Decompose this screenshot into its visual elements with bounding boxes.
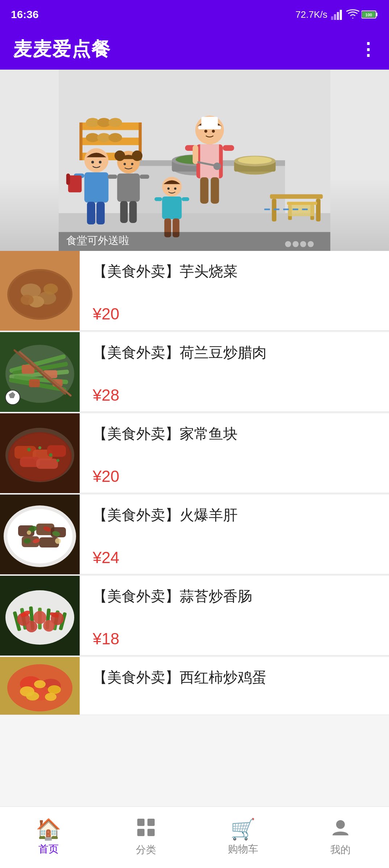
svg-rect-73 [270, 194, 323, 199]
food-item[interactable]: 【美食外卖】火爆羊肝 ¥24 [0, 495, 389, 574]
food-name-5: 【美食外卖】蒜苔炒香肠 [93, 587, 378, 605]
svg-rect-1 [334, 14, 336, 20]
food-name-4: 【美食外卖】火爆羊肝 [93, 505, 378, 524]
food-visual-3 [0, 413, 80, 493]
home-icon: 🏠 [36, 819, 61, 839]
svg-rect-104 [29, 379, 40, 387]
svg-point-163 [45, 693, 57, 701]
category-icon [137, 818, 155, 840]
svg-rect-70 [182, 197, 189, 201]
nav-home[interactable]: 🏠 首页 [0, 819, 97, 856]
svg-point-56 [114, 150, 125, 161]
more-button[interactable]: ⋮ [359, 39, 376, 59]
svg-point-22 [109, 133, 122, 142]
svg-point-121 [38, 446, 41, 449]
svg-point-122 [57, 459, 59, 462]
food-visual-1 [0, 251, 80, 331]
svg-rect-15 [79, 123, 82, 160]
status-right: 72.7K/s 100 [296, 9, 378, 20]
svg-rect-166 [137, 829, 145, 836]
svg-point-67 [174, 187, 176, 190]
svg-point-119 [27, 448, 31, 451]
svg-rect-44 [211, 177, 219, 204]
profile-icon [331, 818, 350, 840]
food-name-1: 【美食外卖】芋头烧菜 [93, 262, 378, 281]
svg-rect-79 [288, 205, 314, 216]
food-image-6 [0, 657, 80, 715]
nav-category-label: 分类 [136, 843, 156, 857]
nav-cart[interactable]: 🛒 购物车 [194, 819, 292, 856]
svg-point-30 [238, 157, 272, 164]
bottom-nav: 🏠 首页 分类 🛒 购物车 我的 [0, 806, 389, 868]
nav-category[interactable]: 分类 [97, 818, 195, 857]
svg-rect-42 [223, 145, 234, 151]
food-item[interactable]: 【美食外卖】西红柿炒鸡蛋 [0, 657, 389, 715]
svg-rect-63 [120, 201, 128, 223]
svg-text:100: 100 [365, 13, 372, 17]
svg-point-83 [285, 241, 291, 247]
svg-text:食堂可外送啦: 食堂可外送啦 [66, 235, 129, 246]
svg-rect-5 [376, 13, 377, 16]
svg-rect-62 [140, 175, 149, 179]
svg-point-85 [300, 241, 306, 247]
nav-cart-label: 购物车 [228, 842, 258, 856]
svg-rect-52 [96, 202, 105, 225]
food-item[interactable]: 【美食外卖】家常鱼块 ¥20 [0, 413, 389, 493]
svg-point-86 [308, 241, 314, 247]
food-item[interactable]: 【美食外卖】荷兰豆炒腊肉 ¥28 [0, 332, 389, 412]
nav-home-label: 首页 [38, 842, 59, 856]
svg-point-168 [336, 820, 345, 829]
food-list: 【美食外卖】芋头烧菜 ¥20 [0, 251, 389, 715]
food-image-1 [0, 251, 80, 331]
banner-illustration: 食堂可外送啦 [0, 70, 389, 251]
svg-point-148 [33, 611, 46, 624]
network-speed: 72.7K/s [296, 9, 327, 20]
svg-rect-54 [66, 173, 70, 185]
svg-point-57 [132, 150, 142, 161]
food-image-4 [0, 495, 80, 574]
nav-mine-label: 我的 [330, 843, 351, 857]
status-time: 16:36 [11, 8, 39, 21]
svg-point-47 [99, 161, 101, 164]
food-image-3 [0, 413, 80, 493]
svg-rect-37 [200, 144, 219, 178]
food-info-6: 【美食外卖】西红柿炒鸡蛋 [80, 657, 389, 715]
food-info-2: 【美食外卖】荷兰豆炒腊肉 ¥28 [80, 332, 389, 412]
svg-rect-3 [340, 10, 342, 20]
svg-point-160 [48, 685, 61, 694]
food-info-5: 【美食外卖】蒜苔炒香肠 ¥18 [80, 576, 389, 655]
svg-rect-165 [147, 819, 155, 826]
app-title: 麦麦爱点餐 [13, 37, 111, 62]
battery-icon: 100 [361, 10, 378, 19]
svg-point-151 [43, 620, 55, 632]
status-bar: 16:36 72.7K/s 100 [0, 0, 389, 29]
food-name-2: 【美食外卖】荷兰豆炒腊肉 [93, 343, 378, 362]
signal-icons: 100 [331, 9, 378, 20]
food-price-1: ¥20 [93, 305, 378, 323]
food-visual-5 [0, 576, 80, 656]
svg-rect-76 [287, 202, 317, 205]
food-image-5 [0, 576, 80, 656]
svg-rect-43 [200, 177, 209, 204]
svg-rect-61 [108, 175, 117, 179]
svg-rect-64 [129, 201, 137, 223]
food-price-5: ¥18 [93, 630, 378, 648]
svg-point-162 [26, 692, 39, 700]
nav-mine[interactable]: 我的 [292, 818, 389, 857]
food-price-3: ¥20 [93, 467, 378, 485]
svg-point-65 [162, 177, 181, 197]
food-item[interactable]: 【美食外卖】芋头烧菜 ¥20 [0, 251, 389, 331]
svg-point-34 [204, 130, 207, 133]
svg-rect-2 [337, 12, 339, 20]
food-image-2 [0, 332, 80, 412]
food-price-4: ¥24 [93, 549, 378, 567]
wifi-icon [346, 9, 359, 20]
svg-rect-50 [96, 173, 107, 178]
food-name-6: 【美食外卖】西红柿炒鸡蛋 [93, 668, 378, 687]
svg-point-84 [293, 241, 299, 247]
food-info-3: 【美食外卖】家常鱼块 ¥20 [80, 413, 389, 493]
food-item[interactable]: 【美食外卖】蒜苔炒香肠 ¥18 [0, 576, 389, 656]
svg-point-59 [131, 163, 133, 165]
svg-rect-53 [68, 175, 82, 193]
svg-rect-167 [147, 829, 155, 836]
